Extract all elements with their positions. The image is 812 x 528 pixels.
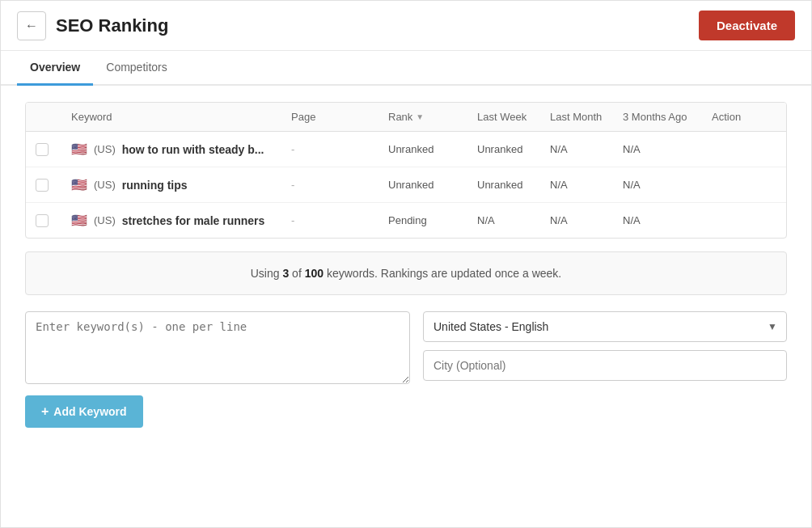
form-right: United States - English United Kingdom -… xyxy=(423,311,787,381)
header: ← SEO Ranking Deactivate xyxy=(1,1,811,51)
col-last-week: Last Week xyxy=(477,111,550,123)
table-row: 🇺🇸 (US) stretches for male runners - Pen… xyxy=(26,203,786,238)
row3-three-months: N/A xyxy=(623,214,712,226)
row1-page: - xyxy=(291,143,388,155)
row1-last-month: N/A xyxy=(550,143,623,155)
row2-rank: Unranked xyxy=(388,179,477,191)
col-checkbox xyxy=(36,111,71,123)
back-icon: ← xyxy=(25,19,38,33)
row3-keyword-cell: 🇺🇸 (US) stretches for male runners xyxy=(71,213,291,228)
row2-keyword-cell: 🇺🇸 (US) running tips xyxy=(71,177,291,192)
row1-rank: Unranked xyxy=(388,143,477,155)
checkbox-row3[interactable] xyxy=(36,214,49,227)
row3-last-month: N/A xyxy=(550,214,623,226)
col-keyword: Keyword xyxy=(71,111,291,123)
keyword-textarea[interactable] xyxy=(25,311,410,384)
plus-icon: + xyxy=(41,404,49,419)
usage-total: 100 xyxy=(305,267,324,280)
row3-rank: Pending xyxy=(388,214,477,226)
flag-icon: 🇺🇸 xyxy=(71,142,87,157)
col-action: Action xyxy=(712,111,776,123)
tab-competitors[interactable]: Competitors xyxy=(93,51,180,86)
col-rank[interactable]: Rank ▼ xyxy=(388,111,477,123)
add-keyword-label: Add Keyword xyxy=(53,405,126,418)
row2-last-week: Unranked xyxy=(477,179,550,191)
keyword-text: how to run with steady b... xyxy=(122,143,264,156)
row1-checkbox[interactable] xyxy=(36,143,71,156)
header-left: ← SEO Ranking xyxy=(17,11,168,40)
row2-page: - xyxy=(291,179,388,191)
table-header: Keyword Page Rank ▼ Last Week Last Month… xyxy=(26,103,786,132)
col-last-month: Last Month xyxy=(550,111,623,123)
flag-icon: 🇺🇸 xyxy=(71,213,87,228)
keywords-table: Keyword Page Rank ▼ Last Week Last Month… xyxy=(25,102,787,239)
table-row: 🇺🇸 (US) how to run with steady b... - Un… xyxy=(26,132,786,167)
tab-overview[interactable]: Overview xyxy=(17,51,93,86)
checkbox-row1[interactable] xyxy=(36,143,49,156)
row1-keyword-cell: 🇺🇸 (US) how to run with steady b... xyxy=(71,142,291,157)
row2-checkbox[interactable] xyxy=(36,179,71,192)
main-content: Keyword Page Rank ▼ Last Week Last Month… xyxy=(1,86,811,444)
row3-checkbox[interactable] xyxy=(36,214,71,227)
add-keyword-button[interactable]: + Add Keyword xyxy=(25,395,143,428)
add-keyword-section: United States - English United Kingdom -… xyxy=(25,311,787,384)
row2-three-months: N/A xyxy=(623,179,712,191)
usage-info: Using 3 of 100 keywords. Rankings are up… xyxy=(25,251,787,295)
region-label: (US) xyxy=(94,214,116,226)
sort-icon: ▼ xyxy=(416,112,424,121)
row3-page: - xyxy=(291,214,388,226)
page-title: SEO Ranking xyxy=(56,15,168,36)
flag-icon: 🇺🇸 xyxy=(71,177,87,192)
table-row: 🇺🇸 (US) running tips - Unranked Unranked… xyxy=(26,167,786,203)
deactivate-button[interactable]: Deactivate xyxy=(699,11,795,40)
country-select-wrapper: United States - English United Kingdom -… xyxy=(423,311,787,342)
country-select[interactable]: United States - English United Kingdom -… xyxy=(423,311,787,342)
col-three-months: 3 Months Ago xyxy=(623,111,712,123)
tabs: Overview Competitors xyxy=(1,51,811,86)
row1-last-week: Unranked xyxy=(477,143,550,155)
row1-three-months: N/A xyxy=(623,143,712,155)
region-label: (US) xyxy=(94,179,116,191)
keyword-text: running tips xyxy=(122,179,188,192)
city-input[interactable] xyxy=(423,350,787,381)
back-button[interactable]: ← xyxy=(17,11,46,40)
row2-last-month: N/A xyxy=(550,179,623,191)
keyword-text: stretches for male runners xyxy=(122,214,265,227)
checkbox-row2[interactable] xyxy=(36,179,49,192)
region-label: (US) xyxy=(94,143,116,155)
row3-last-week: N/A xyxy=(477,214,550,226)
col-page: Page xyxy=(291,111,388,123)
